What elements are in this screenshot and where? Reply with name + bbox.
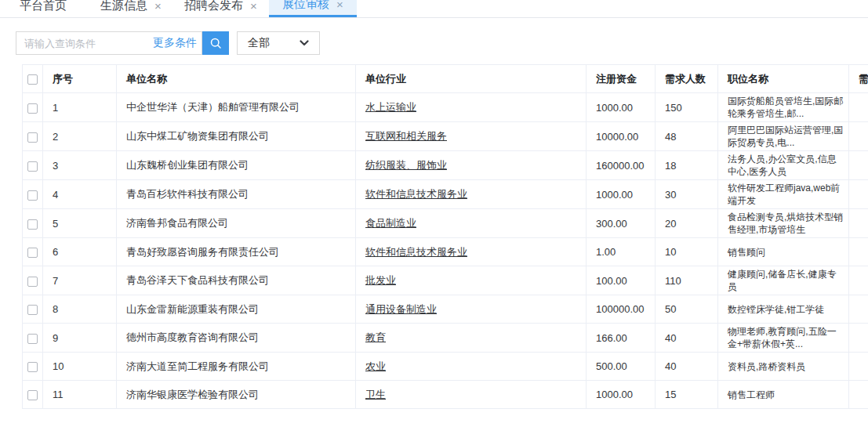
table-body: 1中企世华洋（天津）船舶管理有限公司水上运输业1000.00150国际货船船员管… xyxy=(23,93,868,409)
industry-link[interactable]: 教育 xyxy=(365,331,386,343)
job-titles: 数控镗床学徒,钳工学徒 xyxy=(728,304,824,315)
row-index: 7 xyxy=(53,275,58,287)
row-index: 4 xyxy=(53,189,58,201)
select-all-checkbox[interactable] xyxy=(27,74,38,85)
row-checkbox[interactable] xyxy=(27,190,38,201)
status-filter-select[interactable]: 全部 xyxy=(237,31,320,55)
table-row: 6青岛好致愿咨询服务有限责任公司软件和信息技术服务业1.0010销售顾问 xyxy=(23,238,868,266)
job-titles: 阿里巴巴国际站运营管理,国际贸易专员,电... xyxy=(728,125,843,148)
table-row: 5济南鲁邦食品有限公司食品制造业300.0020食品检测专员,烘焙技术型销售经理… xyxy=(23,209,868,238)
company-name: 德州市高度教育咨询有限公司 xyxy=(126,331,259,343)
registered-capital: 100000.00 xyxy=(596,303,644,315)
industry-link[interactable]: 软件和信息技术服务业 xyxy=(365,246,467,258)
company-name: 济南华银康医学检验有限公司 xyxy=(126,389,259,400)
tab-label: 平台首页 xyxy=(20,0,67,13)
majors-cell xyxy=(849,93,868,122)
table-row: 8山东金雷新能源重装有限公司通用设备制造业100000.0050数控镗床学徒,钳… xyxy=(23,295,868,324)
majors-cell xyxy=(849,324,868,353)
col-header-jobs: 职位名称 xyxy=(718,65,849,93)
table-row: 7青岛谷泽天下食品科技有限公司批发业100.00110健康顾问,储备店长,健康专… xyxy=(23,266,868,295)
company-name: 济南大道至简工程服务有限公司 xyxy=(126,360,269,372)
company-name: 山东金雷新能源重装有限公司 xyxy=(126,303,259,315)
row-index: 1 xyxy=(53,102,58,114)
table-row: 11济南华银康医学检验有限公司卫生1000.0015销售工程师 xyxy=(23,381,868,409)
job-titles: 国际货船船员管培生,国际邮轮乘务管培生,邮... xyxy=(728,96,843,119)
majors-cell xyxy=(849,353,868,381)
industry-link[interactable]: 软件和信息技术服务业 xyxy=(365,188,467,200)
tab-platform-home[interactable]: 平台首页 xyxy=(20,0,67,18)
industry-link[interactable]: 卫生 xyxy=(365,389,386,400)
col-header-headcount: 需求人数 xyxy=(656,65,718,93)
tab-bar: 平台首页 生源信息 × 招聘会发布 × 展位审核 × xyxy=(0,0,868,18)
row-index: 5 xyxy=(53,218,58,230)
row-index: 11 xyxy=(53,389,64,400)
col-header-industry: 单位行业 xyxy=(356,65,587,93)
job-titles: 食品检测专员,烘焙技术型销售经理,市场管培生 xyxy=(728,212,843,235)
close-icon[interactable]: × xyxy=(336,0,343,10)
demand-count: 18 xyxy=(665,160,676,172)
row-checkbox[interactable] xyxy=(27,277,38,287)
close-icon[interactable]: × xyxy=(154,0,162,12)
majors-cell xyxy=(849,122,868,151)
row-checkbox[interactable] xyxy=(27,132,38,143)
tab-label: 招聘会发布 xyxy=(184,0,243,13)
company-name: 青岛百杉软件科技有限公司 xyxy=(126,188,249,200)
tab-booth-review-active[interactable]: 展位审核 × xyxy=(269,0,357,18)
industry-link[interactable]: 水上运输业 xyxy=(365,101,416,113)
job-titles: 销售顾问 xyxy=(728,247,765,258)
demand-count: 20 xyxy=(665,218,676,230)
table-row: 3山东魏桥创业集团有限公司纺织服装、服饰业160000.0018法务人员,办公室… xyxy=(23,151,868,180)
demand-count: 50 xyxy=(665,303,676,315)
industry-link[interactable]: 批发业 xyxy=(365,274,396,286)
majors-cell xyxy=(849,238,868,266)
majors-cell xyxy=(849,381,868,409)
row-checkbox[interactable] xyxy=(27,103,38,114)
job-titles: 物理老师,教育顾问,五险一金+带薪休假+英... xyxy=(728,326,837,349)
industry-link[interactable]: 农业 xyxy=(365,360,386,372)
company-name: 济南鲁邦食品有限公司 xyxy=(126,217,228,229)
demand-count: 48 xyxy=(665,131,676,143)
row-checkbox[interactable] xyxy=(27,390,38,400)
select-value: 全部 xyxy=(248,36,270,50)
registered-capital: 1000.00 xyxy=(596,189,633,201)
chevron-down-icon xyxy=(300,40,309,46)
tab-job-fair-publish[interactable]: 招聘会发布 × xyxy=(184,0,257,18)
industry-link[interactable]: 互联网和相关服务 xyxy=(365,130,447,142)
close-icon[interactable]: × xyxy=(250,0,257,12)
search-button[interactable] xyxy=(202,31,229,55)
registered-capital: 1.00 xyxy=(596,246,616,258)
job-titles: 法务人员,办公室文员,信息中心,医务人员 xyxy=(728,154,837,177)
row-checkbox[interactable] xyxy=(27,248,38,258)
row-index: 6 xyxy=(53,246,58,258)
company-name: 山东中煤工矿物资集团有限公司 xyxy=(126,130,269,142)
table-row: 9德州市高度教育咨询有限公司教育166.0040物理老师,教育顾问,五险一金+带… xyxy=(23,324,868,353)
demand-count: 30 xyxy=(665,189,676,201)
row-index: 3 xyxy=(53,160,58,172)
industry-link[interactable]: 食品制造业 xyxy=(365,217,416,229)
row-checkbox[interactable] xyxy=(27,305,38,315)
company-name: 青岛好致愿咨询服务有限责任公司 xyxy=(126,246,279,258)
demand-count: 150 xyxy=(665,102,682,114)
registered-capital: 1000.00 xyxy=(596,389,633,400)
tab-student-info[interactable]: 生源信息 × xyxy=(100,0,162,18)
search-box: 更多条件 xyxy=(16,31,202,55)
row-index: 10 xyxy=(53,360,64,372)
registered-capital: 10000.00 xyxy=(596,131,638,143)
row-checkbox[interactable] xyxy=(27,161,38,172)
table-row: 10济南大道至简工程服务有限公司农业500.0040资料员,路桥资料员 xyxy=(23,353,868,381)
job-titles: 健康顾问,储备店长,健康专员 xyxy=(728,269,837,292)
booth-review-table: 序号 单位名称 单位行业 注册资金 需求人数 职位名称 需求专业 1中企世华洋（… xyxy=(22,64,868,409)
company-name: 山东魏桥创业集团有限公司 xyxy=(126,159,249,171)
row-checkbox[interactable] xyxy=(27,334,38,344)
row-checkbox[interactable] xyxy=(27,362,38,372)
row-index: 9 xyxy=(53,332,58,344)
row-checkbox[interactable] xyxy=(27,219,38,230)
majors-cell xyxy=(849,151,868,180)
table-row: 1中企世华洋（天津）船舶管理有限公司水上运输业1000.00150国际货船船员管… xyxy=(23,93,868,122)
search-input[interactable] xyxy=(16,38,153,49)
industry-link[interactable]: 纺织服装、服饰业 xyxy=(365,159,447,171)
more-conditions-link[interactable]: 更多条件 xyxy=(153,36,202,50)
industry-link[interactable]: 通用设备制造业 xyxy=(365,303,437,315)
majors-cell xyxy=(849,209,868,238)
registered-capital: 166.00 xyxy=(596,332,627,344)
